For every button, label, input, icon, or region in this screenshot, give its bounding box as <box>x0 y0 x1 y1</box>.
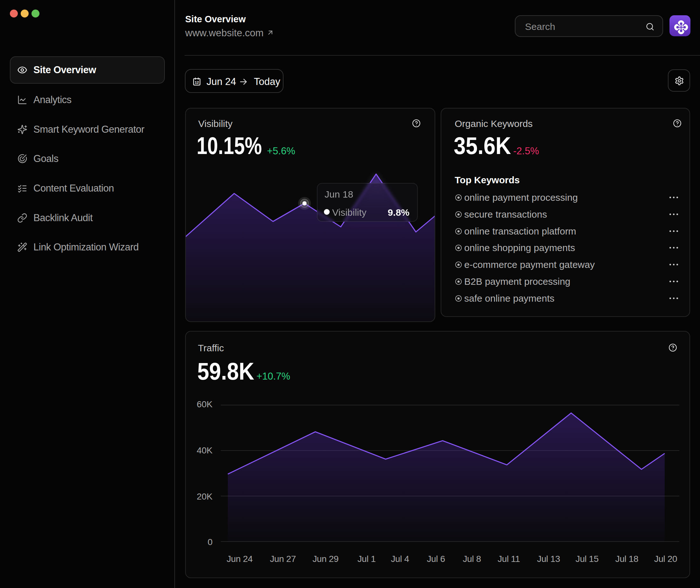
svg-text:12: 12 <box>195 80 199 85</box>
